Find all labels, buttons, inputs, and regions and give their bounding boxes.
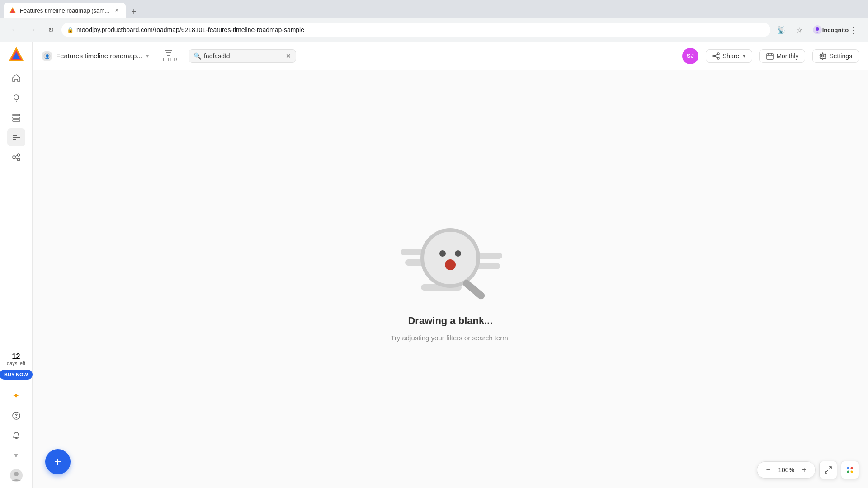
main-content: 👤 Features timeline roadmap... ▾ FILTER [33, 42, 868, 488]
svg-point-45 [439, 250, 446, 257]
svg-rect-9 [13, 114, 20, 116]
roadmap-title-text: Features timeline roadmap... [56, 52, 142, 60]
svg-rect-11 [13, 120, 20, 121]
filter-icon [165, 50, 173, 56]
back-button[interactable]: ← [7, 23, 22, 37]
svg-point-54 [851, 471, 853, 473]
fab-add-button[interactable]: + [45, 449, 71, 474]
filter-button[interactable]: FILTER [156, 48, 181, 64]
lock-icon: 🔒 [67, 27, 74, 33]
new-tab-button[interactable]: + [127, 5, 140, 18]
svg-text:👤: 👤 [45, 54, 50, 59]
menu-button[interactable]: ⋮ [846, 23, 861, 37]
svg-line-18 [15, 155, 17, 157]
zoom-level: 100% [778, 466, 794, 474]
cast-icon[interactable]: 📡 [774, 23, 788, 37]
svg-line-33 [715, 56, 717, 58]
svg-point-7 [14, 95, 19, 99]
svg-point-3 [816, 27, 819, 31]
svg-rect-34 [767, 54, 773, 59]
share-label: Share [722, 52, 739, 60]
svg-point-31 [717, 57, 719, 59]
svg-line-32 [715, 54, 717, 56]
buy-now-button[interactable]: BUY NOW [0, 370, 33, 380]
search-bar[interactable]: 🔍 ✕ [189, 49, 296, 63]
tab-title: Features timeline roadmap (sam... [20, 7, 109, 14]
sidebar: 12 days left BUY NOW ✦ ▼ [0, 42, 33, 488]
svg-line-50 [825, 470, 828, 473]
active-tab[interactable]: Features timeline roadmap (sam... × [4, 3, 126, 18]
empty-state-title: Drawing a blank... [408, 315, 492, 327]
svg-point-38 [822, 55, 824, 57]
logo[interactable] [7, 45, 25, 63]
svg-point-17 [17, 158, 20, 161]
sidebar-item-ai[interactable]: ✦ [7, 387, 25, 405]
share-icon [712, 52, 720, 60]
user-avatar-sidebar[interactable] [7, 466, 25, 484]
filter-label: FILTER [160, 57, 178, 62]
forward-button[interactable]: → [25, 23, 40, 37]
svg-line-19 [15, 158, 17, 159]
days-left-container: 12 days left [7, 352, 25, 366]
share-button[interactable]: Share ▾ [706, 49, 752, 63]
svg-rect-10 [13, 117, 20, 118]
svg-point-53 [847, 471, 849, 473]
monthly-button[interactable]: Monthly [760, 49, 805, 63]
svg-point-46 [455, 250, 461, 257]
sidebar-item-scroll[interactable]: ▼ [7, 446, 25, 465]
zoom-controls: − 100% + [757, 461, 816, 479]
svg-rect-48 [462, 278, 486, 301]
sidebar-item-notifications[interactable] [7, 427, 25, 445]
tab-close-button[interactable]: × [113, 7, 120, 14]
sidebar-item-ideas[interactable] [7, 89, 25, 107]
url-bar[interactable]: 🔒 moodjoy.productboard.com/roadmap/62181… [61, 23, 770, 37]
search-icon: 🔍 [193, 52, 201, 60]
toolbar: 👤 Features timeline roadmap... ▾ FILTER [33, 42, 868, 70]
apps-grid-button[interactable] [841, 461, 859, 479]
address-bar: ← → ↻ 🔒 moodjoy.productboard.com/roadmap… [0, 18, 868, 42]
user-avatar[interactable]: SJ [682, 48, 698, 64]
empty-state: Drawing a blank... Try adjusting your fi… [33, 70, 868, 488]
title-chevron-icon: ▾ [146, 53, 149, 59]
search-clear-button[interactable]: ✕ [286, 52, 291, 60]
zoom-in-button[interactable]: + [799, 465, 810, 475]
days-number: 12 [7, 352, 25, 361]
svg-point-30 [713, 55, 715, 57]
zoom-out-button[interactable]: − [763, 465, 774, 475]
svg-point-29 [717, 53, 719, 55]
sidebar-item-integrations[interactable] [7, 148, 25, 166]
sidebar-item-home[interactable] [7, 69, 25, 87]
refresh-button[interactable]: ↻ [43, 23, 58, 37]
roadmap-title-icon: 👤 [42, 51, 52, 61]
svg-point-21 [16, 417, 17, 418]
svg-point-23 [14, 472, 19, 476]
bottom-bar: − 100% + [757, 461, 859, 479]
svg-point-15 [13, 156, 15, 159]
url-text: moodjoy.productboard.com/roadmap/6218101… [76, 26, 304, 33]
svg-line-49 [829, 467, 831, 469]
search-input[interactable] [204, 52, 283, 60]
settings-button[interactable]: Settings [812, 49, 859, 63]
tab-favicon [9, 7, 16, 14]
empty-illustration-svg [387, 217, 514, 308]
roadmap-title[interactable]: 👤 Features timeline roadmap... ▾ [42, 51, 149, 61]
svg-point-47 [445, 259, 456, 270]
sidebar-item-features[interactable] [7, 108, 25, 127]
calendar-icon [766, 52, 774, 60]
sidebar-item-help[interactable] [7, 407, 25, 425]
svg-point-52 [851, 467, 853, 469]
tab-bar: Features timeline roadmap (sam... × + [0, 0, 868, 18]
days-label: days left [7, 361, 25, 366]
share-chevron-icon: ▾ [743, 53, 745, 59]
settings-icon [819, 52, 826, 60]
svg-point-16 [17, 154, 20, 156]
sidebar-item-roadmap[interactable] [7, 128, 25, 146]
svg-point-44 [422, 230, 478, 286]
expand-button[interactable] [819, 461, 837, 479]
monthly-label: Monthly [776, 52, 798, 60]
empty-illustration [387, 217, 514, 308]
incognito-label: Incognito [828, 23, 843, 37]
settings-label: Settings [829, 52, 852, 60]
svg-point-51 [847, 467, 849, 469]
bookmark-icon[interactable]: ☆ [792, 23, 807, 37]
